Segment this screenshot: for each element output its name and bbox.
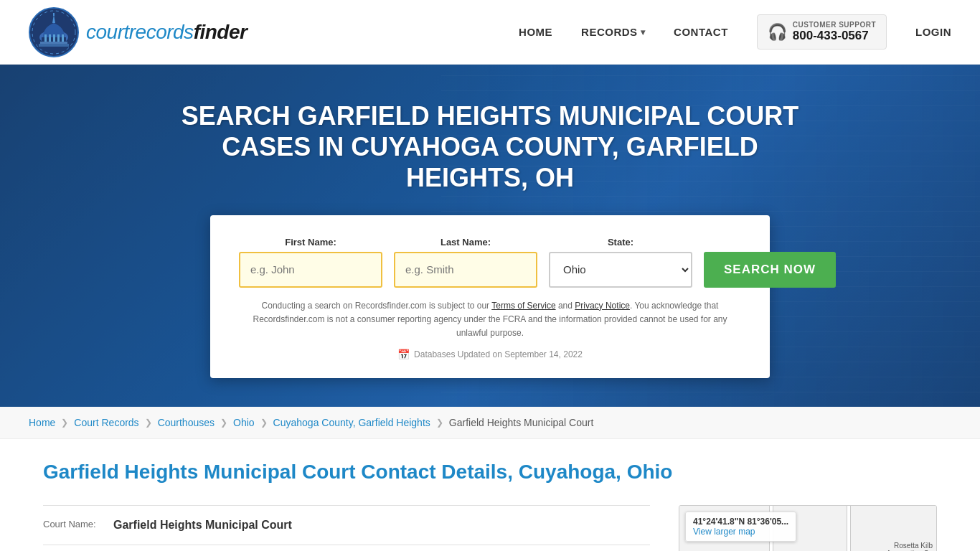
breadcrumb-sep-4: ❯ bbox=[260, 418, 268, 428]
last-name-input[interactable] bbox=[394, 252, 537, 288]
first-name-group: First Name: bbox=[239, 237, 382, 288]
breadcrumb-sep-5: ❯ bbox=[436, 418, 443, 428]
svg-rect-5 bbox=[44, 34, 47, 42]
nav-contact[interactable]: CONTACT bbox=[674, 26, 728, 38]
state-select[interactable]: Ohio Alabama Alaska Arizona California F… bbox=[549, 252, 692, 288]
state-label: State: bbox=[549, 237, 692, 248]
search-btn-group: SEARCH NOW bbox=[704, 237, 836, 288]
last-name-group: Last Name: bbox=[394, 237, 537, 288]
header: courtrecordsfinder HOME RECORDS ▾ CONTAC… bbox=[0, 0, 980, 65]
logo-icon bbox=[29, 7, 79, 57]
customer-support: 🎧 CUSTOMER SUPPORT 800-433-0567 bbox=[757, 14, 887, 50]
search-disclaimer: Conducting a search on Recordsfinder.com… bbox=[239, 299, 741, 341]
main-nav: HOME RECORDS ▾ CONTACT 🎧 CUSTOMER SUPPOR… bbox=[519, 14, 951, 50]
breadcrumb-court-records[interactable]: Court Records bbox=[74, 417, 138, 428]
map-preview: 41°24'41.8"N 81°36'05... View larger map… bbox=[679, 505, 937, 551]
support-phone[interactable]: 800-433-0567 bbox=[793, 29, 876, 43]
svg-rect-4 bbox=[53, 13, 55, 16]
court-name-value: Garfield Heights Municipal Court bbox=[113, 519, 292, 532]
breadcrumb-ohio[interactable]: Ohio bbox=[233, 417, 255, 428]
breadcrumb: Home ❯ Court Records ❯ Courthouses ❯ Ohi… bbox=[0, 407, 980, 439]
hero-title: SEARCH GARFIELD HEIGHTS MUNICIPAL COURT … bbox=[167, 100, 813, 194]
chevron-down-icon: ▾ bbox=[641, 27, 646, 37]
last-name-label: Last Name: bbox=[394, 237, 537, 248]
map-label-area: 41°24'41.8"N 81°36'05... View larger map bbox=[685, 512, 796, 542]
svg-rect-10 bbox=[40, 42, 67, 44]
map-business-info: Rosetta Kilb Accounting Se Temporarily bbox=[887, 542, 933, 551]
first-name-input[interactable] bbox=[239, 252, 382, 288]
support-label: CUSTOMER SUPPORT bbox=[793, 21, 876, 29]
hero-section: SEARCH GARFIELD HEIGHTS MUNICIPAL COURT … bbox=[0, 65, 980, 407]
search-button[interactable]: SEARCH NOW bbox=[704, 252, 836, 288]
content-title: Garfield Heights Municipal Court Contact… bbox=[43, 461, 937, 484]
breadcrumb-current: Garfield Heights Municipal Court bbox=[449, 417, 594, 428]
court-name-label: Court Name: bbox=[43, 519, 108, 529]
breadcrumb-sep-1: ❯ bbox=[61, 418, 68, 428]
svg-rect-8 bbox=[57, 34, 60, 42]
breadcrumb-courthouses[interactable]: Courthouses bbox=[158, 417, 215, 428]
privacy-link[interactable]: Privacy Notice bbox=[575, 301, 630, 311]
breadcrumb-cuyahoga[interactable]: Cuyahoga County, Garfield Heights bbox=[273, 417, 430, 428]
state-group: State: Ohio Alabama Alaska Arizona Calif… bbox=[549, 237, 692, 288]
breadcrumb-sep-3: ❯ bbox=[220, 418, 227, 428]
content-grid: Court Name: Garfield Heights Municipal C… bbox=[43, 505, 937, 551]
db-updated: 📅 Databases Updated on September 14, 202… bbox=[239, 349, 741, 360]
svg-rect-7 bbox=[53, 34, 55, 42]
logo[interactable]: courtrecordsfinder bbox=[29, 7, 247, 57]
state-row: State: Ohio bbox=[43, 545, 650, 551]
content-left: Court Name: Garfield Heights Municipal C… bbox=[43, 505, 650, 551]
svg-rect-6 bbox=[49, 34, 51, 42]
terms-link[interactable]: Terms of Service bbox=[491, 301, 555, 311]
calendar-icon: 📅 bbox=[397, 349, 410, 360]
breadcrumb-sep-2: ❯ bbox=[145, 418, 152, 428]
headset-icon: 🎧 bbox=[768, 23, 787, 42]
svg-rect-9 bbox=[62, 34, 64, 42]
map-road-5 bbox=[847, 506, 851, 551]
first-name-label: First Name: bbox=[239, 237, 382, 248]
map-larger-link[interactable]: View larger map bbox=[693, 527, 755, 537]
search-fields: First Name: Last Name: State: Ohio Alaba… bbox=[239, 237, 741, 288]
search-box: First Name: Last Name: State: Ohio Alaba… bbox=[210, 215, 770, 379]
content-right: 41°24'41.8"N 81°36'05... View larger map… bbox=[679, 505, 937, 551]
map-coords: 41°24'41.8"N 81°36'05... bbox=[693, 517, 788, 527]
court-name-row: Court Name: Garfield Heights Municipal C… bbox=[43, 505, 650, 545]
main-content: Garfield Heights Municipal Court Contact… bbox=[0, 439, 980, 551]
nav-login[interactable]: LOGIN bbox=[915, 26, 951, 38]
svg-rect-11 bbox=[39, 44, 69, 47]
nav-home[interactable]: HOME bbox=[519, 26, 552, 38]
breadcrumb-home[interactable]: Home bbox=[29, 417, 55, 428]
map-inner: 41°24'41.8"N 81°36'05... View larger map… bbox=[679, 506, 936, 551]
nav-records[interactable]: RECORDS ▾ bbox=[581, 26, 645, 38]
logo-text: courtrecordsfinder bbox=[86, 21, 247, 44]
